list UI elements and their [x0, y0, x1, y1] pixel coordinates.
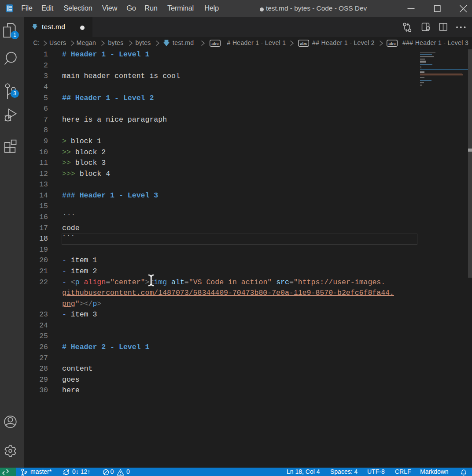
svg-text:abc: abc: [300, 41, 307, 46]
svg-text:abc: abc: [211, 41, 218, 46]
svg-text:abc: abc: [388, 41, 395, 46]
